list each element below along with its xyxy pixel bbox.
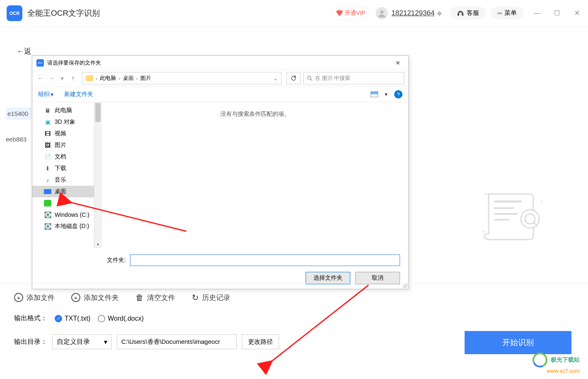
tree-item-download[interactable]: ⬇下载 xyxy=(32,163,101,174)
breadcrumb-dropdown-icon[interactable]: ⌄ xyxy=(273,75,278,82)
help-icon[interactable]: ? xyxy=(394,90,402,98)
change-path-button[interactable]: 更改路径 xyxy=(242,334,279,349)
download-icon: ⬇ xyxy=(44,165,51,172)
tree-item-video[interactable]: 🎞视频 xyxy=(32,128,101,139)
drive-icon: 💽 xyxy=(44,211,51,218)
svg-rect-2 xyxy=(462,14,463,16)
chevron-down-icon: ▾ xyxy=(51,91,53,98)
folder-name-input[interactable] xyxy=(130,254,400,266)
service-button[interactable]: 客服 xyxy=(450,7,486,19)
back-link[interactable]: ← 返 xyxy=(17,46,31,56)
close-button[interactable]: ✕ xyxy=(572,9,581,18)
new-folder-button[interactable]: 新建文件夹 xyxy=(64,91,93,98)
drive-icon: 💽 xyxy=(44,223,51,230)
add-folder-button[interactable]: +添加文件夹 xyxy=(71,293,119,302)
select-folder-button[interactable]: 选择文件夹 xyxy=(306,272,350,284)
dialog-titlebar: ocr 请选择要保存的文件夹 ✕ xyxy=(32,56,408,70)
folder-icon xyxy=(86,75,93,81)
tree-item-iqiyi[interactable] xyxy=(32,197,101,209)
chevron-down-icon[interactable]: ▼ xyxy=(384,92,388,97)
organize-menu[interactable]: 组织 ▾ xyxy=(38,91,53,98)
video-icon: 🎞 xyxy=(44,130,51,137)
bottom-panel: +添加文件 +添加文件夹 🗑清空文件 ↻历史记录 输出格式： TXT(.txt)… xyxy=(0,283,588,379)
nav-forward-icon[interactable]: → xyxy=(47,74,55,82)
refresh-icon xyxy=(291,75,296,81)
music-icon: ♪ xyxy=(44,177,51,183)
watermark-logo-icon xyxy=(530,350,549,369)
svg-point-11 xyxy=(541,201,542,202)
breadcrumb-seg-2[interactable]: 图片 xyxy=(140,74,151,82)
account-dropdown-icon[interactable]: ◆ xyxy=(437,9,442,17)
folder-name-label: 文件夹: xyxy=(41,257,126,264)
breadcrumb-seg-0[interactable]: 此电脑 xyxy=(100,74,116,82)
folder-content: 没有与搜索条件匹配的项。 xyxy=(102,102,408,248)
format-word-radio[interactable]: Word(.docx) xyxy=(98,315,144,322)
doc-icon: 📄 xyxy=(44,154,51,160)
main-area: ← 返 e15400 eeb883 ocr 请选择要保存的文件夹 ✕ ← → ▾… xyxy=(0,26,588,283)
action-row: +添加文件 +添加文件夹 🗑清空文件 ↻历史记录 xyxy=(14,293,574,302)
output-label: 输出目录： xyxy=(14,338,47,346)
tree-item-drive-d[interactable]: 💽本地磁盘 (D:) xyxy=(32,221,101,232)
diamond-icon xyxy=(336,10,343,16)
dialog-toolbar: 组织 ▾ 新建文件夹 ▼ ? xyxy=(32,86,408,102)
tree-item-drive-c[interactable]: 💽Windows (C:) xyxy=(32,209,101,221)
svg-point-13 xyxy=(308,76,311,79)
menu-button[interactable]: ▫▫ 菜单 xyxy=(491,7,523,19)
nav-back-icon[interactable]: ← xyxy=(36,74,45,82)
history-button[interactable]: ↻历史记录 xyxy=(192,293,230,302)
svg-rect-1 xyxy=(458,14,459,16)
nav-up-icon[interactable]: ↑ xyxy=(69,74,77,82)
file-row-1[interactable]: e15400 xyxy=(6,108,31,120)
iqiyi-icon xyxy=(44,200,51,206)
svg-line-14 xyxy=(311,79,312,81)
nav-recent-icon[interactable]: ▾ xyxy=(58,74,66,82)
pc-icon: 🖥 xyxy=(44,107,51,114)
dialog-title: 请选择要保存的文件夹 xyxy=(47,59,101,67)
headset-icon xyxy=(457,10,464,17)
3d-icon: ▣ xyxy=(44,119,51,125)
dialog-body: 🖥此电脑 ▣3D 对象 🎞视频 🖼图片 📄文档 ⬇下载 ♪音乐 桌面 💽Wind… xyxy=(32,102,408,248)
add-file-button[interactable]: +添加文件 xyxy=(14,293,55,302)
tree-item-desktop[interactable]: 桌面 xyxy=(32,186,101,197)
clear-files-button[interactable]: 🗑清空文件 xyxy=(135,293,175,302)
vip-button[interactable]: 开通VIP xyxy=(332,7,370,20)
menu-label: 菜单 xyxy=(504,9,517,17)
tree-item-doc[interactable]: 📄文档 xyxy=(32,151,101,163)
history-icon: ↻ xyxy=(192,293,199,302)
view-mode-icon[interactable] xyxy=(371,91,378,97)
dialog-nav: ← → ▾ ↑ › 此电脑 › 桌面 › 图片 ⌄ 在 图片 中搜索 xyxy=(32,70,408,86)
user-icon xyxy=(378,9,386,17)
app-title: 全能王OCR文字识别 xyxy=(27,8,100,19)
app-logo: OCR xyxy=(7,5,22,21)
plus-icon: + xyxy=(71,293,80,302)
preview-placeholder-icon xyxy=(480,190,547,248)
breadcrumb-seg-1[interactable]: 桌面 xyxy=(123,74,134,82)
refresh-button[interactable] xyxy=(287,72,301,84)
search-input[interactable]: 在 图片 中搜索 xyxy=(303,72,404,84)
format-txt-radio[interactable]: TXT(.txt) xyxy=(55,315,90,322)
file-row-2[interactable]: eeb883 xyxy=(6,136,27,143)
tree-item-image[interactable]: 🖼图片 xyxy=(32,139,101,151)
avatar[interactable] xyxy=(376,7,388,19)
folder-tree: 🖥此电脑 ▣3D 对象 🎞视频 🖼图片 📄文档 ⬇下载 ♪音乐 桌面 💽Wind… xyxy=(32,102,102,248)
dialog-close-button[interactable]: ✕ xyxy=(392,60,404,66)
dialog-app-icon: ocr xyxy=(36,59,44,67)
breadcrumb[interactable]: › 此电脑 › 桌面 › 图片 ⌄ xyxy=(82,72,282,84)
folder-dialog: ocr 请选择要保存的文件夹 ✕ ← → ▾ ↑ › 此电脑 › 桌面 › 图片… xyxy=(32,55,409,289)
account-phone[interactable]: 18212129364 xyxy=(391,9,434,17)
search-icon xyxy=(307,75,313,81)
grid-icon: ▫▫ xyxy=(497,10,502,17)
watermark-line1: 极光下载站 xyxy=(551,356,580,363)
cancel-button[interactable]: 取消 xyxy=(355,272,400,284)
minimize-button[interactable]: — xyxy=(533,9,542,18)
start-recognize-button[interactable]: 开始识别 xyxy=(465,331,571,354)
tree-scrollbar[interactable]: ▾ xyxy=(94,102,101,248)
tree-item-music[interactable]: ♪音乐 xyxy=(32,174,101,186)
tree-item-pc[interactable]: 🖥此电脑 xyxy=(32,105,101,116)
tree-item-3d[interactable]: ▣3D 对象 xyxy=(32,116,101,128)
output-mode-select[interactable]: 自定义目录▾ xyxy=(52,334,112,349)
format-row: 输出格式： TXT(.txt) Word(.docx) xyxy=(14,314,574,323)
desktop-icon xyxy=(44,189,51,194)
svg-point-10 xyxy=(485,193,487,195)
maximize-button[interactable]: ☐ xyxy=(552,9,561,18)
